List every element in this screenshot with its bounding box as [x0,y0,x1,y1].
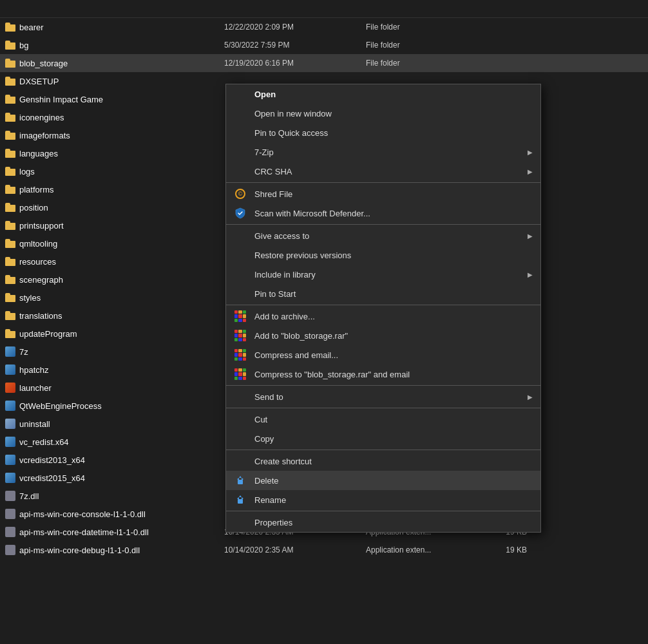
file-name: updateProgram [5,329,224,339]
context-menu-item[interactable]: Properties [226,513,540,532]
folder-icon [5,221,15,230]
context-menu-item[interactable]: Add to "blob_storage.rar" [226,326,540,345]
context-menu-item[interactable]: Send to▶ [226,387,540,406]
list-item[interactable]: bg 5/30/2022 7:59 PM File folder [0,36,648,54]
dll-icon [5,509,15,519]
file-name: qmltooling [5,239,224,249]
file-name: scenegraph [5,275,224,285]
menu-separator [226,408,540,408]
context-menu-item[interactable]: CRC SHA▶ [226,162,540,181]
submenu-arrow-icon: ▶ [528,271,533,278]
list-item[interactable]: blob_storage 12/19/2020 6:16 PM File fol… [0,54,648,72]
folder-icon [5,113,15,122]
file-name: api-ms-win-core-debug-l1-1-0.dll [5,545,224,555]
context-menu-item[interactable]: Include in library▶ [226,265,540,284]
menu-separator [226,182,540,183]
file-name: styles [5,293,224,303]
svg-rect-1 [238,499,243,504]
exe-icon [5,346,15,357]
folder-icon [5,77,15,86]
file-type: File folder [366,41,462,50]
file-date: 10/14/2020 2:35 AM [224,545,366,554]
recycle-icon [234,474,247,487]
context-menu-item[interactable]: Compress and email... [226,345,540,365]
file-name: vc_redist.x64 [5,437,224,447]
context-menu-item[interactable]: Delete [226,471,540,490]
file-name: translations [5,311,224,321]
context-menu: OpenOpen in new windowPin to Quick acces… [225,84,541,533]
folder-icon [5,239,15,248]
rar-icon [234,310,247,323]
menu-separator [226,385,540,386]
context-menu-item[interactable]: © Shred File [226,184,540,204]
exe-icon [5,401,15,411]
folder-icon [5,257,15,266]
folder-icon [5,149,15,158]
context-menu-item[interactable]: Compress to "blob_storage.rar" and email [226,365,540,384]
dll-icon [5,545,15,555]
file-name: resources [5,257,224,267]
context-menu-item[interactable]: Copy [226,429,540,448]
context-menu-item[interactable]: Pin to Start [226,284,540,303]
recycle-icon [234,493,247,506]
folder-icon [5,275,15,284]
context-menu-item[interactable]: Give access to▶ [226,226,540,245]
context-menu-item[interactable]: Open [226,84,540,104]
defender-icon [234,207,247,220]
context-menu-item[interactable]: Rename [226,490,540,509]
dll-icon [5,491,15,501]
shred-icon: © [234,187,247,200]
rar-icon [234,329,247,342]
context-menu-item[interactable]: 7-Zip▶ [226,142,540,162]
dll-icon [5,527,15,537]
context-menu-item[interactable]: Create shortcut [226,451,540,471]
folder-icon [5,131,15,140]
submenu-arrow-icon: ▶ [528,232,533,240]
context-menu-item[interactable]: Pin to Quick access [226,123,540,142]
file-name: vcredist2015_x64 [5,473,224,483]
file-name: imageformats [5,131,224,140]
file-type: File folder [366,59,462,68]
folder-icon [5,185,15,194]
submenu-arrow-icon: ▶ [528,149,533,156]
submenu-arrow-icon: ▶ [528,168,533,175]
file-name: launcher [5,383,224,393]
file-name: DXSETUP [5,77,224,86]
submenu-arrow-icon: ▶ [528,393,533,401]
menu-separator [226,224,540,225]
file-name: Genshin Impact Game [5,95,224,104]
file-name: api-ms-win-core-console-l1-1-0.dll [5,509,224,519]
file-name: logs [5,167,224,176]
menu-separator [226,450,540,450]
context-menu-item[interactable]: Add to archive... [226,307,540,326]
file-name: hpatchz [5,365,224,375]
file-name: platforms [5,185,224,194]
file-name: vcredist2013_x64 [5,455,224,465]
file-type: File folder [366,23,462,32]
context-menu-item[interactable]: Cut [226,410,540,429]
folder-icon [5,311,15,320]
file-name: 7z [5,346,224,357]
context-menu-item[interactable]: Scan with Microsoft Defender... [226,204,540,223]
file-date: 12/22/2020 2:09 PM [224,23,366,32]
folder-icon [5,23,15,32]
folder-icon [5,95,15,104]
context-menu-item[interactable]: Restore previous versions [226,245,540,265]
file-name: 7z.dll [5,491,224,501]
file-name: bearer [5,23,224,32]
file-name: iconengines [5,113,224,122]
context-menu-item[interactable]: Open in new window [226,104,540,123]
file-name: position [5,203,224,213]
file-size: 19 KB [462,545,527,554]
exe-icon [5,383,15,393]
folder-icon [5,167,15,176]
exe-icon [5,365,15,375]
menu-separator [226,305,540,305]
list-item[interactable]: bearer 12/22/2020 2:09 PM File folder [0,18,648,36]
menu-separator [226,511,540,511]
list-item[interactable]: api-ms-win-core-debug-l1-1-0.dll 10/14/2… [0,541,648,559]
file-name: bg [5,41,224,50]
file-date: 5/30/2022 7:59 PM [224,41,366,50]
file-name: api-ms-win-core-datetime-l1-1-0.dll [5,527,224,537]
file-name: languages [5,149,224,158]
